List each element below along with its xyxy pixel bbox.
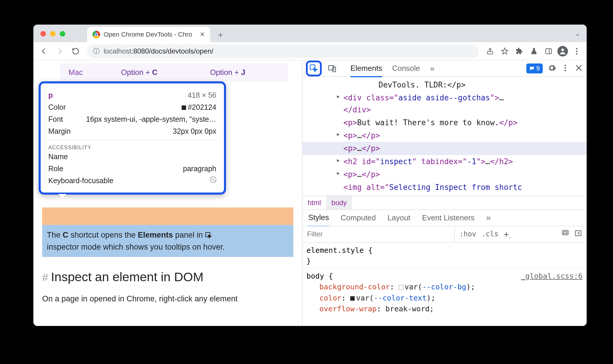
dom-node[interactable]: ▶<div class="aside aside--gotchas">…</di… [343, 91, 581, 116]
css-declaration[interactable]: color: var(--color-text); [306, 293, 583, 304]
tt-kbd-label: Keyboard-focusable [48, 176, 113, 185]
browser-tab[interactable]: Open Chrome DevTools - Chro ✕ [87, 27, 210, 42]
tab-styles[interactable]: Styles [308, 213, 329, 227]
dom-tree[interactable]: DevTools. TLDR:</p> ▶<div class="aside a… [302, 77, 587, 196]
address-bar[interactable]: ⓘ localhost:8080/docs/devtools/open/ [87, 44, 479, 58]
tt-dimensions: 418 × 56 [188, 91, 216, 99]
tt-role-value: paragraph [183, 164, 216, 173]
devtools-panel: Elements Console » 9 DevTools. TLDR:</p>… [302, 60, 587, 326]
back-button[interactable] [37, 45, 50, 58]
breadcrumb-body[interactable]: body [326, 196, 352, 210]
svg-point-5 [576, 50, 578, 52]
tab-layout[interactable]: Layout [388, 213, 410, 222]
dom-node[interactable]: <img alt="Selecting Inspect from shortc [343, 181, 581, 194]
dom-node[interactable]: DevTools. TLDR:</p> [343, 78, 581, 91]
sidepanel-icon[interactable] [543, 45, 554, 57]
new-tab-button[interactable]: ＋ [214, 29, 227, 41]
shortcut-cell: Option + J [201, 63, 288, 82]
dom-node[interactable]: ▶<p>…</p> [343, 168, 581, 181]
inspect-element-button[interactable] [306, 61, 322, 76]
anchor-hash[interactable]: # [42, 272, 48, 284]
not-focusable-icon [210, 176, 216, 183]
maximize-window[interactable] [60, 31, 65, 37]
tab-elements[interactable]: Elements [350, 64, 382, 77]
labs-icon[interactable] [528, 45, 540, 57]
breadcrumb-html[interactable]: html [302, 196, 326, 210]
styles-filter-row: :hov .cls +▾ [302, 226, 587, 243]
tt-name-label: Name [48, 152, 68, 161]
window-controls [40, 31, 65, 37]
forward-button[interactable] [53, 45, 66, 58]
tabs-dropdown-icon[interactable]: ⌄ [575, 30, 580, 37]
styles-filter-input[interactable] [302, 226, 455, 242]
device-toolbar-button[interactable] [326, 64, 338, 73]
tt-tag: p [48, 91, 53, 99]
extensions-icon[interactable] [513, 45, 525, 57]
heading-row: # Inspect an element in DOM [42, 270, 293, 284]
site-info-icon[interactable]: ⓘ [93, 47, 100, 56]
tt-margin-label: Margin [48, 127, 71, 135]
dom-node-selected[interactable]: ▶<p>…</p> [302, 142, 587, 155]
tab-strip: Open Chrome DevTools - Chro ✕ ＋ ⌄ [33, 25, 587, 42]
close-window[interactable] [40, 31, 46, 37]
close-devtools-icon[interactable] [574, 63, 583, 73]
svg-point-11 [565, 64, 566, 66]
computed-sidebar-icon[interactable] [561, 229, 569, 239]
cls-toggle[interactable]: .cls [482, 230, 499, 238]
more-styles-tabs-icon[interactable]: » [486, 213, 491, 222]
element-style-rule[interactable]: element.style {} [306, 245, 583, 267]
margin-overlay [42, 207, 293, 225]
tab-event-listeners[interactable]: Event Listeners [422, 213, 475, 222]
dom-node[interactable]: ▶<h2 id="inspect" tabindex="-1">…</h2> [343, 155, 581, 168]
shortcut-cell: Option + C [112, 63, 201, 82]
styles-tabs: Styles Computed Layout Event Listeners » [302, 210, 587, 226]
css-declaration[interactable]: background-color: var(--color-bg); [306, 281, 583, 293]
body-paragraph: On a page in opened in Chrome, right-cli… [42, 293, 293, 305]
tt-role-label: Role [48, 164, 63, 173]
css-declaration[interactable]: overflow-wrap: break-word; [306, 303, 583, 315]
reload-button[interactable] [69, 45, 82, 58]
tab-console[interactable]: Console [392, 64, 420, 73]
chrome-icon [93, 31, 100, 38]
devtools-menu-icon[interactable] [561, 63, 570, 73]
page-heading: Inspect an element in DOM [51, 270, 203, 284]
tt-font-value: 16px system-ui, -apple-system, "syste… [86, 115, 216, 123]
tt-color-label: Color [48, 103, 66, 111]
toggle-pane-icon[interactable] [574, 229, 582, 239]
svg-rect-1 [546, 49, 552, 54]
rule-header[interactable]: body {_global.scss:6 [306, 271, 583, 282]
more-tabs-icon[interactable]: » [430, 64, 435, 73]
inspect-tooltip: p418 × 56 Color#202124 Font16px system-u… [39, 81, 226, 195]
rendered-page: Mac Option + C Option + J p418 × 56 Colo… [33, 60, 302, 326]
url-text: localhost:8080/docs/devtools/open/ [104, 47, 213, 55]
settings-icon[interactable] [547, 63, 556, 73]
os-cell: Mac [60, 63, 112, 82]
tt-color-value: #202124 [181, 103, 216, 111]
styles-body[interactable]: element.style {} body {_global.scss:6 ba… [302, 243, 587, 317]
issues-badge[interactable]: 9 [526, 63, 543, 73]
minimize-window[interactable] [50, 31, 56, 37]
svg-rect-14 [562, 230, 568, 235]
devtools-tabs: Elements Console » [350, 64, 434, 73]
devtools-toolbar: Elements Console » 9 [302, 60, 587, 77]
hov-toggle[interactable]: :hov [459, 230, 476, 238]
table-row: Mac Option + C Option + J [60, 63, 288, 82]
svg-point-13 [565, 70, 566, 71]
tab-computed[interactable]: Computed [341, 213, 376, 222]
new-rule-icon[interactable]: +▾ [504, 229, 509, 239]
dom-breadcrumb: html body [302, 196, 587, 210]
close-tab-icon[interactable]: ✕ [200, 31, 205, 38]
tab-title: Open Chrome DevTools - Chro [104, 31, 192, 38]
highlighted-paragraph: The C shortcut opens the Elements panel … [42, 225, 293, 257]
chrome-menu-icon[interactable] [571, 45, 583, 57]
dom-node[interactable]: ▶<p>…</p> [343, 129, 581, 142]
bookmark-icon[interactable] [499, 45, 511, 57]
dom-node[interactable]: <p>But wait! There's more to know.</p> [343, 116, 581, 129]
tt-accessibility-header: ACCESSIBILITY [48, 140, 216, 151]
svg-point-12 [565, 67, 566, 68]
profile-avatar[interactable] [557, 46, 568, 56]
share-icon[interactable] [484, 45, 496, 57]
content-area: Mac Option + C Option + J p418 × 56 Colo… [33, 60, 587, 326]
svg-point-6 [576, 53, 578, 54]
rule-source-link[interactable]: _global.scss:6 [521, 271, 583, 282]
